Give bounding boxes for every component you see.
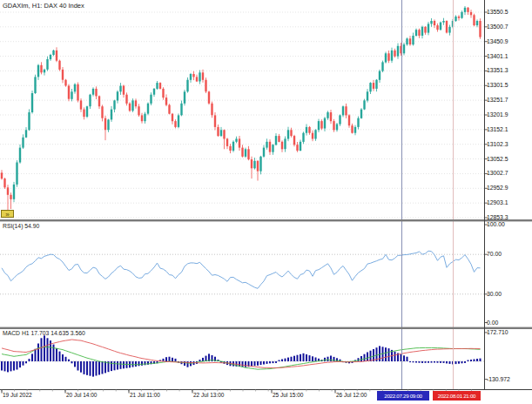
price-axis-label: 12853.3 [487, 214, 508, 220]
time-axis-label: 22 Jul 13:00 [193, 392, 224, 398]
price-axis-label: 12952.9 [487, 185, 508, 191]
rsi-axis-label: 30.00 [487, 291, 502, 297]
price-axis-label: 13002.7 [487, 170, 508, 176]
time-axis-label: 19 Jul 2022 [3, 392, 32, 398]
price-axis-label: 13201.9 [487, 111, 508, 118]
time-marker-start: 2022.07.29 09:00 [377, 391, 429, 401]
time-axis-label: 20 Jul 14:00 [66, 392, 97, 398]
macd-axis-label: -130.972 [487, 376, 510, 382]
price-axis-label: 13401.1 [487, 53, 508, 59]
rsi-line [2, 251, 481, 288]
price-axis-label: 13450.9 [487, 38, 508, 44]
price-axis-label: 13351.3 [487, 67, 508, 73]
price-axis-label: 13500.7 [487, 24, 508, 30]
macd-axis-label: 172.710 [487, 329, 508, 335]
price-axis-label: 13102.3 [487, 141, 508, 147]
chart-window: GDAXIm, H1: DAX 40 Index RSI(14) 54.90 M… [0, 0, 532, 404]
macd-histogram [1, 335, 481, 376]
panel-separator-rsi[interactable] [0, 219, 532, 221]
price-axis-label: 12903.1 [487, 199, 508, 205]
time-marker-end: 2022.08.01 21:00 [433, 391, 481, 401]
macd-line [2, 347, 481, 369]
time-axis-label: 26 Jul 12:00 [336, 392, 367, 398]
chart-graphics[interactable] [0, 0, 532, 404]
price-axis-label: 13301.5 [487, 82, 508, 88]
scroll-to-end-badge[interactable]: » [1, 210, 14, 218]
rsi-axis-label: 0.00 [487, 320, 498, 326]
rsi-indicator-label: RSI(14) 54.90 [3, 223, 39, 229]
price-axis-label: 13550.5 [487, 9, 508, 15]
price-axis-label: 13052.5 [487, 156, 508, 162]
price-axis-label: 13251.7 [487, 97, 508, 103]
rsi-axis-label: 70.00 [487, 251, 502, 257]
price-axis-label: 13152.1 [487, 126, 508, 132]
chart-title: GDAXIm, H1: DAX 40 Index [3, 2, 84, 10]
time-axis-label: 25 Jul 15:00 [273, 392, 303, 398]
rsi-axis-label: 100.00 [487, 221, 505, 227]
macd-indicator-label: MACD H1 17.703 14.635 3.560 [3, 330, 85, 336]
time-axis-label: 21 Jul 11:00 [130, 392, 160, 398]
panel-separator-macd[interactable] [0, 327, 532, 329]
candlestick-series [1, 6, 481, 213]
